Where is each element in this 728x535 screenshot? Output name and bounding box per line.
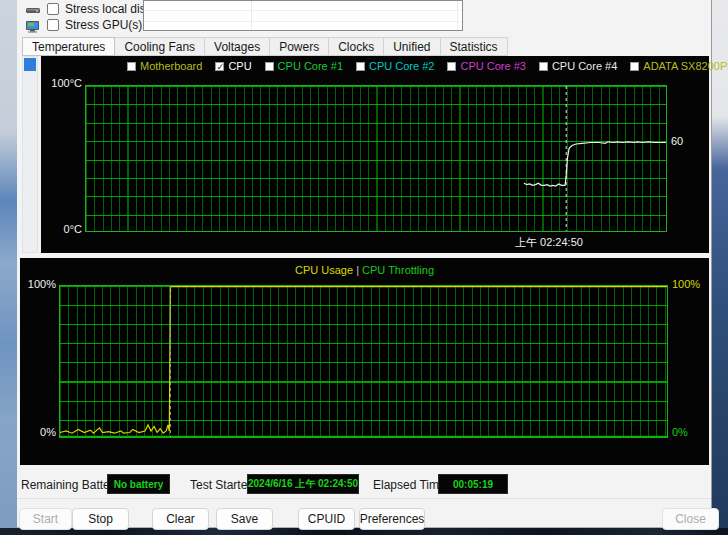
tab-unified[interactable]: Unified	[383, 37, 440, 56]
tab-temperatures[interactable]: Temperatures	[22, 37, 115, 56]
stress-gpus-checkbox[interactable]	[47, 19, 59, 31]
bottom-divider	[17, 498, 711, 499]
usage-series-svg	[60, 286, 667, 437]
usage-right-max-label: 100%	[672, 278, 700, 290]
legend-checkbox-motherboard[interactable]	[127, 62, 136, 71]
usage-title-separator: |	[356, 264, 359, 276]
usage-right-min-label: 0%	[672, 426, 688, 438]
legend-label-cpu-core-1: CPU Core #1	[278, 60, 343, 72]
desktop-left-edge	[0, 0, 17, 528]
legend-label-motherboard: Motherboard	[140, 60, 202, 72]
usage-chart-title: CPU Usage | CPU Throttling	[20, 264, 709, 276]
stress-local-disks-row: Stress local disks	[25, 2, 158, 16]
battery-value-box: No battery	[107, 474, 170, 494]
listview-column-divider	[457, 1, 458, 30]
legend-item-cpu-core-2: CPU Core #2	[356, 60, 434, 72]
legend-item-cpu-core-3: CPU Core #3	[447, 60, 525, 72]
legend-item-cpu-core-4: CPU Core #4	[539, 60, 617, 72]
stress-target-listview[interactable]	[143, 0, 463, 31]
listview-row-divider	[144, 21, 462, 22]
elapsed-time-value-box: 00:05:19	[438, 474, 508, 494]
cpuid-button[interactable]: CPUID	[298, 508, 355, 530]
temperature-legend: Motherboard ✓ CPU CPU Core #1 CPU Core #…	[127, 60, 728, 72]
stability-test-window: Stress local disks Stress GPU(s) Tempera…	[17, 0, 712, 528]
usage-plot	[59, 285, 668, 438]
scrollbar-thumb[interactable]	[24, 58, 36, 71]
legend-label-adata: ADATA SX8200PNP	[643, 60, 728, 72]
temperature-plot	[85, 85, 667, 232]
stress-local-disks-checkbox[interactable]	[47, 3, 59, 15]
legend-item-cpu-core-1: CPU Core #1	[265, 60, 343, 72]
stop-button[interactable]: Stop	[72, 508, 129, 530]
tab-cooling-fans[interactable]: Cooling Fans	[114, 37, 205, 56]
test-started-value-box: 2024/6/16 上午 02:24:50	[247, 474, 359, 494]
tab-powers[interactable]: Powers	[269, 37, 329, 56]
usage-chart-panel: CPU Usage | CPU Throttling 100% 0% 100% …	[20, 258, 709, 465]
desktop-right-edge	[712, 0, 728, 528]
temperature-series-svg	[86, 86, 666, 231]
legend-item-cpu: ✓ CPU	[215, 60, 251, 72]
tab-statistics[interactable]: Statistics	[440, 37, 508, 56]
legend-checkbox-cpu-core-3[interactable]	[447, 62, 456, 71]
usage-left-max-label: 100%	[22, 278, 56, 290]
usage-title-left: CPU Usage	[295, 264, 353, 276]
legend-item-motherboard: Motherboard	[127, 60, 202, 72]
legend-checkbox-cpu-core-1[interactable]	[265, 62, 274, 71]
stress-gpus-label: Stress GPU(s)	[65, 18, 142, 32]
temp-time-label: 上午 02:24:50	[515, 235, 583, 250]
tab-voltages[interactable]: Voltages	[204, 37, 270, 56]
stress-gpus-row: Stress GPU(s)	[25, 18, 142, 32]
usage-title-right: CPU Throttling	[362, 264, 434, 276]
temp-axis-max-label: 100°C	[45, 77, 82, 89]
save-button[interactable]: Save	[216, 508, 273, 530]
chart-scrollbar[interactable]	[22, 56, 38, 253]
temperature-chart-panel: Motherboard ✓ CPU CPU Core #1 CPU Core #…	[41, 56, 709, 253]
preferences-button[interactable]: Preferences	[359, 508, 425, 530]
legend-checkbox-cpu-core-4[interactable]	[539, 62, 548, 71]
disk-icon	[25, 3, 41, 16]
legend-checkbox-adata[interactable]	[630, 62, 639, 71]
clear-button[interactable]: Clear	[152, 508, 209, 530]
legend-label-cpu-core-4: CPU Core #4	[552, 60, 617, 72]
legend-label-cpu-core-3: CPU Core #3	[460, 60, 525, 72]
legend-item-adata: ADATA SX8200PNP	[630, 60, 728, 72]
temp-axis-min-label: 0°C	[45, 223, 82, 235]
legend-label-cpu-core-2: CPU Core #2	[369, 60, 434, 72]
legend-label-cpu: CPU	[228, 60, 251, 72]
tab-clocks[interactable]: Clocks	[328, 37, 384, 56]
legend-checkbox-cpu-checked[interactable]: ✓	[215, 62, 224, 71]
close-button[interactable]: Close	[662, 508, 719, 530]
usage-left-min-label: 0%	[22, 426, 56, 438]
temp-current-value-label: 60	[671, 135, 683, 147]
legend-checkbox-cpu-core-2[interactable]	[356, 62, 365, 71]
listview-column-divider	[251, 1, 252, 30]
start-button[interactable]: Start	[19, 508, 72, 530]
gpu-icon	[25, 19, 41, 32]
listview-row-divider	[144, 10, 462, 11]
chart-tabbar: Temperatures Cooling Fans Voltages Power…	[22, 37, 507, 56]
